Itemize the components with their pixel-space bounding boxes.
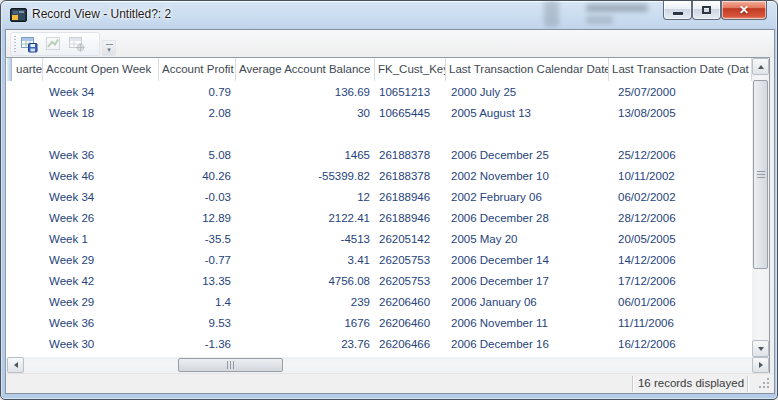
column-header-label: Average Account Balance <box>239 63 371 75</box>
cell-account-profit <box>159 124 236 145</box>
column-header-label: Account Open Week <box>46 63 151 75</box>
close-button[interactable]: ✕ <box>721 1 767 20</box>
cell-fk-cust-key <box>375 124 446 145</box>
record-view-button[interactable] <box>18 33 40 55</box>
maximize-button[interactable] <box>692 1 721 20</box>
maximize-icon <box>702 6 711 14</box>
table-row[interactable]: Week 34 -0.03 12 26188946 2002 February … <box>6 187 752 208</box>
cell-fk-cust-key: 26205753 <box>375 250 446 271</box>
table-row[interactable]: Week 42 13.35 4756.08 26205753 2006 Dece… <box>6 271 752 292</box>
horizontal-scrollbar[interactable] <box>6 357 769 373</box>
toolbar: ▾ <box>6 30 774 58</box>
status-bar: 16 records displayed <box>6 373 774 393</box>
cell-last-transaction-date: 11/11/2006 <box>609 313 752 334</box>
cell-last-transaction-date: 28/12/2006 <box>609 208 752 229</box>
cell-average-account-balance: 1676 <box>236 313 375 334</box>
cell-account-open-week: Week 30 <box>43 334 159 355</box>
cell-average-account-balance: -55399.82 <box>236 166 375 187</box>
table-row[interactable]: Week 34 0.79 136.69 10651213 2000 July 2… <box>6 82 752 103</box>
scroll-thumb-grip <box>227 361 235 369</box>
column-header[interactable]: Last Transaction Date (Dat <box>609 58 752 81</box>
column-header-label: FK_Cust_Key <box>378 63 446 75</box>
resize-grip[interactable] <box>759 378 761 380</box>
cell-fk-cust-key: 10665445 <box>375 103 446 124</box>
scroll-right-button[interactable] <box>752 357 769 373</box>
cell-average-account-balance: -4513 <box>236 229 375 250</box>
cell-average-account-balance: 3.41 <box>236 250 375 271</box>
column-header-label: Last Transaction Date (Dat <box>612 63 749 75</box>
table-row[interactable]: Week 26 12.89 2122.41 26188946 2006 Dece… <box>6 208 752 229</box>
toolbar-strip <box>10 32 100 56</box>
table-row[interactable] <box>6 124 752 145</box>
column-header-label: uarter <box>16 63 43 75</box>
table-row[interactable]: Week 36 9.53 1676 26206460 2006 November… <box>6 313 752 334</box>
toolbar-grip-handle[interactable] <box>14 36 16 52</box>
title-bar[interactable]: Record View - Untitled?: 2 ✕ <box>1 1 777 30</box>
column-header[interactable]: Account Profit <box>159 58 236 81</box>
glass-reflection <box>544 1 559 27</box>
column-header[interactable]: Last Transaction Calendar Date <box>446 58 609 81</box>
cell-average-account-balance: 4756.08 <box>236 271 375 292</box>
status-separator <box>632 376 633 392</box>
chart-line-icon <box>44 35 62 53</box>
cell-quarter <box>6 103 43 124</box>
app-icon <box>10 7 27 23</box>
grid-body: Week 34 0.79 136.69 10651213 2000 July 2… <box>6 81 752 357</box>
column-header[interactable]: Account Open Week <box>43 58 159 81</box>
arrow-left-icon <box>14 362 18 368</box>
scroll-thumb-grip <box>757 171 765 179</box>
cell-account-open-week: Week 26 <box>43 208 159 229</box>
table-row[interactable]: Week 30 -1.36 23.76 26206466 2006 Decemb… <box>6 334 752 355</box>
arrow-right-icon <box>759 362 763 368</box>
cell-account-open-week: Week 29 <box>43 250 159 271</box>
scroll-down-button[interactable] <box>752 340 769 357</box>
minimize-button[interactable] <box>663 1 692 20</box>
cell-quarter <box>6 145 43 166</box>
cell-quarter <box>6 334 43 355</box>
column-header[interactable]: Average Account Balance <box>236 58 375 81</box>
vertical-scroll-thumb[interactable] <box>753 80 768 269</box>
cell-last-transaction-date: 14/12/2006 <box>609 250 752 271</box>
scroll-up-button[interactable] <box>752 58 769 75</box>
cell-last-transaction-date: 16/12/2006 <box>609 334 752 355</box>
cell-account-profit: -0.77 <box>159 250 236 271</box>
cell-average-account-balance: 2122.41 <box>236 208 375 229</box>
status-separator <box>747 376 748 392</box>
table-row[interactable]: Week 36 5.08 1465 26188378 2006 December… <box>6 145 752 166</box>
cell-last-transaction-calendar-date: 2005 May 20 <box>446 229 609 250</box>
grid-header-row: uarter Account Open Week Account Profit … <box>6 58 752 81</box>
toolbar-overflow-button[interactable]: ▾ <box>102 40 116 56</box>
cell-fk-cust-key: 26206460 <box>375 313 446 334</box>
column-header-label: Last Transaction Calendar Date <box>449 63 609 75</box>
scroll-left-button[interactable] <box>7 357 24 373</box>
cell-account-open-week: Week 34 <box>43 82 159 103</box>
table-row[interactable]: Week 29 1.4 239 26206460 2006 January 06… <box>6 292 752 313</box>
cell-fk-cust-key: 26188378 <box>375 145 446 166</box>
column-header[interactable]: FK_Cust_Key <box>375 58 446 81</box>
chart-view-button[interactable] <box>42 33 64 55</box>
cell-last-transaction-date: 17/12/2006 <box>609 271 752 292</box>
table-row[interactable]: Week 1 -35.5 -4513 26205142 2005 May 20 … <box>6 229 752 250</box>
table-row[interactable]: Week 18 2.08 30 10665445 2005 August 13 … <box>6 103 752 124</box>
cell-account-open-week: Week 29 <box>43 292 159 313</box>
cell-last-transaction-calendar-date <box>446 124 609 145</box>
client-area: ▾ uarter Account Open Week Account Profi… <box>6 30 774 393</box>
table-row[interactable]: Week 29 -0.77 3.41 26205753 2006 Decembe… <box>6 250 752 271</box>
cell-account-profit: 2.08 <box>159 103 236 124</box>
cell-last-transaction-calendar-date: 2005 August 13 <box>446 103 609 124</box>
view-settings-button[interactable] <box>66 33 88 55</box>
cell-last-transaction-calendar-date: 2006 December 25 <box>446 145 609 166</box>
cell-fk-cust-key: 26206466 <box>375 334 446 355</box>
table-save-icon <box>20 35 38 53</box>
horizontal-scroll-thumb[interactable] <box>178 358 283 372</box>
cell-account-open-week: Week 36 <box>43 145 159 166</box>
cell-average-account-balance: 23.76 <box>236 334 375 355</box>
vertical-scrollbar[interactable] <box>752 58 769 357</box>
cell-account-profit: 9.53 <box>159 313 236 334</box>
cell-quarter <box>6 292 43 313</box>
cell-average-account-balance: 1465 <box>236 145 375 166</box>
table-row[interactable]: Week 46 40.26 -55399.82 26188378 2002 No… <box>6 166 752 187</box>
cell-account-open-week: Week 34 <box>43 187 159 208</box>
overflow-bar <box>106 44 113 45</box>
cell-account-profit: 5.08 <box>159 145 236 166</box>
